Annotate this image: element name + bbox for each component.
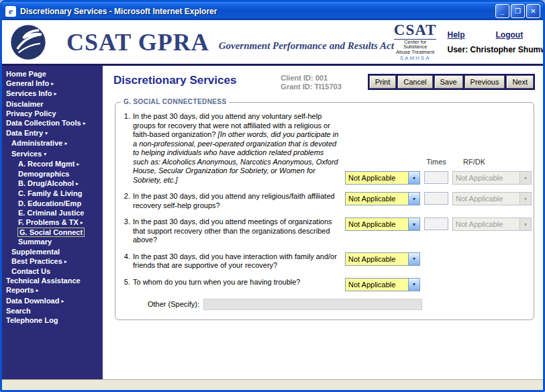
question-number: 1.: [121, 112, 133, 185]
dropdown-arrow-icon: ▼: [408, 193, 419, 205]
sidebar-item-data-entry[interactable]: Data Entry▾: [2, 128, 103, 138]
sidebar-item-label: Services: [11, 150, 42, 158]
print-button[interactable]: Print: [369, 75, 397, 89]
times-input-q3[interactable]: [424, 217, 448, 230]
times-input-q1[interactable]: [424, 171, 448, 184]
sidebar-item-d-education-emp[interactable]: D. Education/Emp: [2, 199, 103, 208]
chevron-down-icon: ▾: [45, 130, 48, 136]
question-controls-column: Not Applicable▼: [345, 278, 420, 291]
dropdown-arrow-icon: ▼: [519, 193, 531, 205]
chevron-right-icon: ▸: [54, 91, 56, 97]
sidebar-item-summary[interactable]: Summary: [2, 237, 103, 246]
sidebar-item-f-problems-tx[interactable]: F. Problems & TX▸: [2, 217, 103, 228]
page-title: Discretionary Services: [113, 74, 236, 87]
question-text: To whom do you turn when you are having …: [133, 278, 340, 291]
question-number: 3.: [121, 217, 133, 245]
sidebar-item-label: Data Entry: [6, 129, 43, 137]
dropdown-arrow-icon: ▼: [408, 218, 419, 230]
sidebar-item-label: Technical Assistance: [6, 277, 81, 285]
sidebar-item-label: Privacy Policy: [6, 109, 56, 117]
answer-select-q1[interactable]: Not Applicable▼: [345, 171, 420, 185]
restore-button[interactable]: ❐: [511, 4, 525, 18]
question-text: In the past 30 days, did you attend meet…: [133, 217, 340, 245]
sidebar-item-reports[interactable]: Reports▸: [2, 285, 103, 295]
sidebar-item-administrative[interactable]: Administrative▸: [2, 138, 103, 148]
csat-logo-sub1: Center for Substance: [394, 40, 437, 50]
sidebar-item-c-family-living[interactable]: C. Family & Living: [2, 189, 103, 198]
app-header: CSAT GPRA Government Performance and Res…: [2, 20, 543, 66]
chevron-right-icon: ▸: [76, 181, 79, 187]
sidebar-item-g-social-connect[interactable]: G. Social Connect: [2, 228, 103, 237]
sidebar-item-a-record-mgmt[interactable]: A. Record Mgmt▸: [2, 159, 103, 169]
sidebar-item-services[interactable]: Services▾: [2, 149, 103, 159]
sidebar-item-label: B. Drug/Alcohol: [18, 179, 74, 187]
chevron-right-icon: ▸: [64, 258, 67, 264]
save-button[interactable]: Save: [434, 75, 463, 89]
sidebar-item-privacy-policy[interactable]: Privacy Policy: [2, 109, 103, 118]
rfdk-select-q2: Not Applicable▼: [452, 192, 532, 205]
sidebar-item-label: Search: [6, 307, 31, 315]
brand-block: CSAT GPRA Government Performance and Res…: [66, 30, 394, 54]
sidebar-item-label: F. Problems & TX: [18, 218, 79, 226]
sidebar-item-label: A. Record Mgmt: [18, 160, 75, 168]
minimize-button[interactable]: _: [495, 4, 509, 18]
logout-link[interactable]: Logout: [495, 30, 523, 40]
sidebar-item-general-info[interactable]: General Info▸: [2, 79, 103, 89]
rfdk-select-q1: Not Applicable▼: [452, 171, 532, 185]
section-legend: G. SOCIAL CONNECTEDNESS: [121, 98, 229, 105]
sidebar-item-disclaimer[interactable]: Disclaimer: [2, 99, 103, 109]
question-row-5: 5.To whom do you turn when you are havin…: [121, 278, 528, 291]
sidebar-item-contact-us[interactable]: Contact Us: [2, 266, 103, 276]
rfdk-select-q3: Not Applicable▼: [452, 217, 532, 231]
sidebar-item-label: C. Family & Living: [18, 189, 82, 197]
other-specify-input[interactable]: [203, 299, 422, 310]
help-link[interactable]: Help: [447, 30, 464, 40]
question-number: 2.: [121, 192, 133, 210]
sidebar-item-b-drug-alcohol[interactable]: B. Drug/Alcohol▸: [2, 179, 103, 189]
close-button[interactable]: ✕: [526, 4, 540, 18]
answer-select-q5[interactable]: Not Applicable▼: [345, 278, 420, 291]
sidebar-item-label: Administrative: [11, 139, 62, 147]
previous-button[interactable]: Previous: [464, 75, 505, 89]
sidebar-item-services-info[interactable]: Services Info▸: [2, 89, 103, 99]
sidebar-item-home-page[interactable]: Home Page: [2, 69, 103, 79]
question-row-1: 1.In the past 30 days, did you attend an…: [121, 112, 528, 185]
answer-select-q4[interactable]: Not Applicable▼: [345, 252, 420, 266]
window-title: Discretionary Services - Microsoft Inter…: [20, 7, 494, 16]
title-bar[interactable]: e Discretionary Services - Microsoft Int…: [2, 2, 543, 20]
next-button[interactable]: Next: [506, 75, 534, 89]
dropdown-arrow-icon: ▼: [519, 218, 531, 230]
answer-select-q3[interactable]: Not Applicable▼: [345, 217, 420, 231]
main-panel: Discretionary Services Client ID: 001 Gr…: [103, 66, 543, 379]
dropdown-arrow-icon: ▼: [408, 253, 419, 265]
times-column-header: Times: [424, 158, 448, 166]
sidebar-item-supplemental[interactable]: Supplemental: [2, 247, 103, 256]
sidebar-item-technical-assistance[interactable]: Technical Assistance: [2, 276, 103, 285]
question-controls: Not Applicable▼Not Applicable▼: [345, 217, 532, 231]
sidebar-item-telephone-log[interactable]: Telephone Log: [2, 315, 103, 325]
sidebar-item-search[interactable]: Search: [2, 306, 103, 315]
sidebar-item-data-collection-tools[interactable]: Data Collection Tools▸: [2, 118, 103, 128]
social-connectedness-section: G. SOCIAL CONNECTEDNESS 1.In the past 30…: [115, 102, 534, 320]
question-text-italic: [In other words, did you participate in …: [133, 130, 338, 184]
sidebar-item-demographics[interactable]: Demographics: [2, 169, 103, 179]
dropdown-arrow-icon: ▼: [519, 172, 531, 184]
sidebar-item-e-criminal-justice[interactable]: E. Criminal Justice: [2, 208, 103, 217]
header-right: Help Logout User: Christopher Shumway: [447, 30, 545, 54]
select-value: Not Applicable: [346, 193, 408, 205]
sidebar-item-data-download[interactable]: Data Download▸: [2, 296, 103, 306]
question-controls-column: Not Applicable▼Not Applicable▼: [345, 217, 532, 245]
sidebar-item-label: Summary: [18, 238, 52, 246]
sidebar-item-label: Best Practices: [11, 257, 62, 265]
brand-title: CSAT GPRA: [66, 30, 209, 54]
toolbar: Print Cancel Save Previous Next: [368, 74, 535, 90]
cancel-button[interactable]: Cancel: [397, 75, 432, 89]
times-input-q2[interactable]: [424, 192, 448, 205]
sidebar-item-best-practices[interactable]: Best Practices▸: [2, 256, 103, 266]
answer-select-q2[interactable]: Not Applicable▼: [345, 192, 420, 205]
csat-logo-sub2: Abuse Treatment: [394, 50, 437, 55]
chevron-right-icon: ▸: [36, 287, 39, 293]
question-controls: Not Applicable▼Not Applicable▼: [345, 171, 532, 185]
chevron-right-icon: ▸: [77, 161, 79, 167]
select-value: Not Applicable: [346, 279, 408, 291]
